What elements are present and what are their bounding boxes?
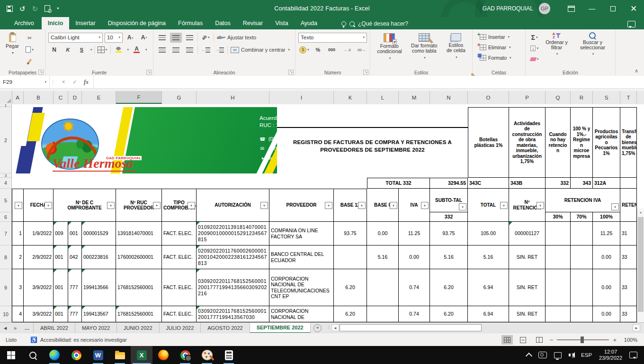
ribbon-tab-insertar[interactable]: Insertar <box>69 17 101 29</box>
cell-F5[interactable]: Nº RUC PROVEEDOR▼ <box>116 189 162 222</box>
cell-H9[interactable]: 0309202201176815256000120017771994135660… <box>197 269 269 306</box>
taskbar-edge[interactable] <box>44 346 65 364</box>
zoom-level[interactable]: 100% <box>621 337 637 343</box>
grow-font-icon[interactable]: A▲ <box>125 33 136 43</box>
taskbar-paint[interactable] <box>196 346 218 364</box>
sheet-tab-overflow[interactable]: … <box>21 323 34 333</box>
filter-button[interactable]: ▼ <box>325 202 332 209</box>
ribbon-tab-f-rmulas[interactable]: Fórmulas <box>172 17 209 29</box>
cell-Q2[interactable]: Cuando no hay retencio n <box>546 107 571 178</box>
cell-L10[interactable] <box>367 306 399 322</box>
cell-E8[interactable]: 000223816 <box>82 246 116 269</box>
clear-icon[interactable]: ▾ <box>528 54 540 64</box>
cell-I7[interactable]: COMPANIA ON LINE FACTORY SA <box>269 222 334 246</box>
cell-D9[interactable]: 777 <box>68 269 82 306</box>
cell-K10[interactable]: 6.20 <box>334 306 367 322</box>
cell-H5[interactable]: AUTORIZACIÓN▼ <box>197 189 269 222</box>
cell-T10[interactable]: 33 <box>620 306 637 322</box>
column-header-N[interactable]: N <box>430 91 468 104</box>
taskbar-word[interactable] <box>87 346 109 364</box>
column-header-F[interactable]: F <box>116 91 162 104</box>
percent-format-icon[interactable]: % <box>312 45 324 55</box>
cell-M7[interactable]: 11.25 <box>399 222 430 246</box>
cell-A8[interactable]: 2 <box>12 246 24 269</box>
cancel-formula-icon[interactable]: × <box>58 77 69 87</box>
delete-cells-button[interactable]: ×Eliminar▾ <box>478 43 522 52</box>
row-header-10[interactable]: 10 <box>0 306 11 322</box>
cell-R6[interactable]: 70% <box>571 212 593 222</box>
column-header-G[interactable]: G <box>162 91 197 104</box>
cell-F9[interactable]: 1768152560001 <box>116 269 162 306</box>
cell-Q7[interactable] <box>546 222 571 246</box>
cell-M8[interactable]: 0.00 <box>399 246 430 269</box>
zoom-in-icon[interactable]: + <box>613 337 617 344</box>
vertical-scroll-thumb[interactable] <box>638 217 644 312</box>
alignment-dialog-launcher[interactable]: ↘ <box>288 70 294 75</box>
cell-S7[interactable]: 11.25 <box>593 222 620 246</box>
row-header-2[interactable]: 2 <box>0 107 11 173</box>
align-left-icon[interactable] <box>156 45 168 55</box>
cell-R8[interactable] <box>571 246 593 269</box>
cell-M9[interactable]: 0.74 <box>399 269 430 306</box>
cell-N5[interactable]: SUBTO-TAL▼ <box>430 189 468 212</box>
cell-P9[interactable]: SIN. RET <box>509 269 546 306</box>
avatar[interactable]: GP <box>539 3 550 14</box>
cell-G9[interactable]: FACT. ELEC. <box>162 269 197 306</box>
cell-B7[interactable]: 1/9/2022 <box>24 222 54 246</box>
ribbon-tab-datos[interactable]: Datos <box>209 17 237 29</box>
font-color-dropdown[interactable]: ▾ <box>145 48 147 52</box>
format-as-table-button[interactable]: Dar formato como tabla▾ <box>406 31 443 63</box>
column-header-L[interactable]: L <box>367 91 399 104</box>
borders-icon[interactable]: ▾ <box>97 45 108 55</box>
italic-button[interactable]: K <box>62 45 74 55</box>
format-painter-icon[interactable] <box>24 56 36 66</box>
cell-R4[interactable]: 343 <box>571 178 593 189</box>
cell-T7[interactable]: 31 <box>620 222 637 246</box>
cell-S9[interactable]: 0.00 <box>593 269 620 306</box>
cell-S2[interactable]: Productos agricoilas o Pecuarios 1% <box>593 107 620 178</box>
sheet-tab-septiembre-2022[interactable]: SEPTIEMBRE 2022 <box>250 323 311 333</box>
clock[interactable]: 12:0723/9/2022 <box>599 349 622 361</box>
align-center-icon[interactable] <box>170 45 182 55</box>
zoom-out-icon[interactable]: − <box>550 337 554 344</box>
cell-C10[interactable]: 001 <box>54 306 68 322</box>
merge-center-button[interactable]: Combinar y centrar▾ <box>230 45 291 55</box>
cell-Q9[interactable] <box>546 269 571 306</box>
column-header-D[interactable]: D <box>68 91 82 104</box>
find-select-button[interactable]: Buscar y seleccionar▾ <box>573 31 612 64</box>
cell-D7[interactable]: 001 <box>68 222 82 246</box>
column-header-S[interactable]: S <box>593 91 620 104</box>
ribbon-tab-disposici-n-de-p-gina[interactable]: Disposición de página <box>102 17 172 29</box>
letterhead-banner[interactable]: Acuerdo Ministerial Nº 1359 RUC : 176812… <box>12 107 277 173</box>
column-header-T[interactable]: T <box>620 91 637 104</box>
screen-cast-icon[interactable] <box>538 352 547 358</box>
column-header-A[interactable]: A <box>12 91 24 104</box>
increase-indent-icon[interactable]: → <box>214 45 225 55</box>
cell-I9[interactable]: CORPORACION NACIONAL DE TELECOMUNICACION… <box>269 269 334 306</box>
action-center-icon[interactable] <box>629 352 637 358</box>
cut-icon[interactable]: ✂ <box>24 33 36 43</box>
scrollbar-resize-handle[interactable]: ⋮ <box>327 325 331 329</box>
insert-function-icon[interactable]: fx <box>81 77 91 87</box>
cell-T8[interactable]: 33 <box>620 246 637 269</box>
cell-P4[interactable]: 343B <box>509 178 546 189</box>
account-name[interactable]: GAD PARROQUIAL <box>483 5 533 12</box>
currency-format-icon[interactable]: $▾ <box>298 45 310 55</box>
fill-color-icon[interactable] <box>113 45 125 55</box>
decrease-indent-icon[interactable]: ← <box>200 45 212 55</box>
cell-A10[interactable]: 4 <box>12 306 24 322</box>
font-name-combo[interactable]: Calibri Light▾ <box>48 33 103 43</box>
cell-P5[interactable]: Nº RETENCION▼ <box>509 189 546 222</box>
cell-T2[interactable]: Transferencia de bienes muebles 1,75% <box>620 107 637 178</box>
cell-P8[interactable]: SIN. RET <box>509 246 546 269</box>
cell-K9[interactable]: 6.20 <box>334 269 367 306</box>
cell-S10[interactable]: 0.00 <box>593 306 620 322</box>
cell-G7[interactable]: FACT. ELEC. <box>162 222 197 246</box>
cell-T4[interactable] <box>620 178 637 189</box>
decrease-decimal-icon[interactable]: .00→ <box>355 45 367 55</box>
sheet-tab-julio-2022[interactable]: JULIO 2022 <box>160 323 201 333</box>
formula-input[interactable] <box>94 76 644 88</box>
filter-button[interactable]: ▼ <box>358 202 366 209</box>
cell-K5[interactable]: BASE 12▼ <box>334 189 367 222</box>
row-header-6[interactable]: 6 <box>0 212 11 222</box>
